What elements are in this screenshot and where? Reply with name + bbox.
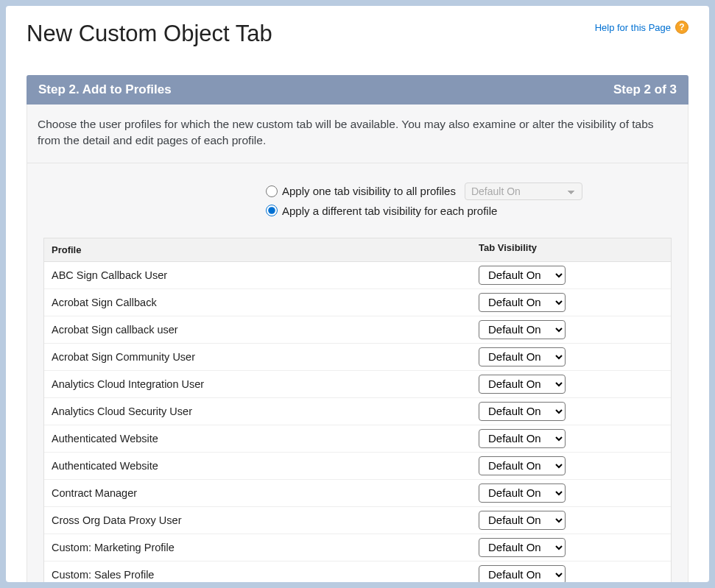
table-row: Acrobat Sign CallbackDefault On <box>44 289 671 316</box>
visibility-cell: Default On <box>471 453 671 479</box>
apply-all-visibility-select: Default On <box>465 183 582 200</box>
visibility-cell: Default On <box>471 425 671 452</box>
tab-visibility-select[interactable]: Default On <box>479 511 566 530</box>
visibility-cell: Default On <box>471 507 671 534</box>
tab-visibility-select[interactable]: Default On <box>479 375 566 394</box>
tab-visibility-select[interactable]: Default On <box>479 320 566 339</box>
table-row: Acrobat Sign callback userDefault On <box>44 316 671 344</box>
table-row: Authenticated WebsiteDefault On <box>44 425 671 453</box>
visibility-cell: Default On <box>471 562 671 582</box>
table-row: Cross Org Data Proxy UserDefault On <box>44 507 671 534</box>
tab-visibility-select[interactable]: Default On <box>479 565 566 582</box>
step-heading-bar: Step 2. Add to Profiles Step 2 of 3 <box>27 75 688 105</box>
profile-name-cell: Contract Manager <box>44 483 471 503</box>
radio-apply-each-label: Apply a different tab visibility for eac… <box>282 205 497 217</box>
table-row: Acrobat Sign Community UserDefault On <box>44 344 671 371</box>
table-row: Analytics Cloud Integration UserDefault … <box>44 371 671 398</box>
visibility-cell: Default On <box>471 398 671 425</box>
tab-visibility-select[interactable]: Default On <box>479 429 566 448</box>
profiles-table: Profile Tab Visibility ABC Sign Callback… <box>43 238 672 582</box>
help-link-text: Help for this Page <box>595 22 671 33</box>
radio-apply-each[interactable]: Apply a different tab visibility for eac… <box>266 205 582 217</box>
column-header-profile: Profile <box>44 238 471 261</box>
visibility-cell: Default On <box>471 344 671 370</box>
radio-apply-all-label: Apply one tab visibility to all profiles <box>282 185 456 197</box>
instructions-text: Choose the user profiles for which the n… <box>27 105 688 163</box>
scroll-viewport[interactable]: New Custom Object Tab Help for this Page… <box>6 6 709 582</box>
table-row: Contract ManagerDefault On <box>44 480 671 507</box>
visibility-mode-radios: Apply one tab visibility to all profiles… <box>27 163 688 238</box>
radio-apply-all-input[interactable] <box>266 185 278 197</box>
tab-visibility-select[interactable]: Default On <box>479 456 566 475</box>
profile-name-cell: Analytics Cloud Security User <box>44 401 471 422</box>
profile-name-cell: Acrobat Sign Callback <box>44 292 471 313</box>
profiles-table-header: Profile Tab Visibility <box>44 238 671 262</box>
page-header: New Custom Object Tab Help for this Page… <box>27 21 688 47</box>
profile-name-cell: Custom: Marketing Profile <box>44 537 471 558</box>
page-title: New Custom Object Tab <box>27 21 272 47</box>
visibility-cell: Default On <box>471 371 671 397</box>
visibility-cell: Default On <box>471 316 671 343</box>
profile-name-cell: ABC Sign Callback User <box>44 265 471 286</box>
tab-visibility-select[interactable]: Default On <box>479 293 566 312</box>
profile-name-cell: Custom: Sales Profile <box>44 564 471 582</box>
profile-name-cell: Authenticated Website <box>44 428 471 449</box>
step-body: Choose the user profiles for which the n… <box>27 105 688 582</box>
profile-name-cell: Acrobat Sign Community User <box>44 347 471 367</box>
radio-apply-all[interactable]: Apply one tab visibility to all profiles… <box>266 183 582 200</box>
tab-visibility-select[interactable]: Default On <box>479 538 566 557</box>
table-row: Custom: Marketing ProfileDefault On <box>44 534 671 562</box>
table-row: Custom: Sales ProfileDefault On <box>44 562 671 582</box>
tab-visibility-select[interactable]: Default On <box>479 266 566 285</box>
tab-visibility-select[interactable]: Default On <box>479 347 566 366</box>
visibility-cell: Default On <box>471 480 671 506</box>
profile-name-cell: Cross Org Data Proxy User <box>44 510 471 531</box>
radio-apply-each-input[interactable] <box>266 205 278 216</box>
table-row: Authenticated WebsiteDefault On <box>44 453 671 480</box>
help-for-this-page-link[interactable]: Help for this Page ? <box>595 21 688 34</box>
profile-name-cell: Authenticated Website <box>44 456 471 476</box>
step-progress: Step 2 of 3 <box>613 82 677 97</box>
column-header-visibility: Tab Visibility <box>471 238 671 261</box>
visibility-cell: Default On <box>471 262 671 288</box>
table-row: Analytics Cloud Security UserDefault On <box>44 398 671 425</box>
visibility-cell: Default On <box>471 534 671 561</box>
page-content: New Custom Object Tab Help for this Page… <box>6 6 709 582</box>
profile-name-cell: Analytics Cloud Integration User <box>44 374 471 394</box>
help-icon: ? <box>675 21 688 34</box>
tab-visibility-select[interactable]: Default On <box>479 402 566 421</box>
table-row: ABC Sign Callback UserDefault On <box>44 262 671 289</box>
visibility-cell: Default On <box>471 289 671 316</box>
profile-name-cell: Acrobat Sign callback user <box>44 319 471 340</box>
step-title: Step 2. Add to Profiles <box>38 82 172 97</box>
tab-visibility-select[interactable]: Default On <box>479 483 566 503</box>
profiles-table-body: ABC Sign Callback UserDefault OnAcrobat … <box>44 262 671 582</box>
